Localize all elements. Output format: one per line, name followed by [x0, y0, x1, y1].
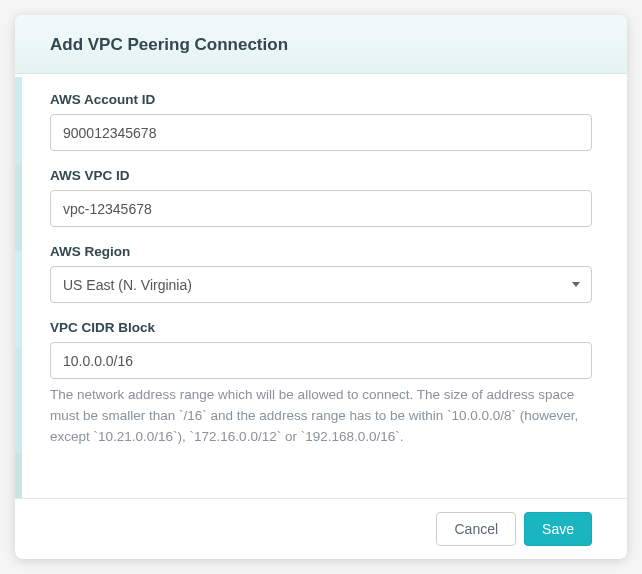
- label-vpc-id: AWS VPC ID: [50, 168, 592, 183]
- add-vpc-peering-modal: Add VPC Peering Connection AWS Account I…: [15, 15, 627, 559]
- vpc-cidr-block-input[interactable]: [50, 342, 592, 379]
- aws-region-select[interactable]: US East (N. Virginia): [50, 266, 592, 303]
- label-cidr: VPC CIDR Block: [50, 320, 592, 335]
- modal-header: Add VPC Peering Connection: [15, 15, 627, 74]
- save-button[interactable]: Save: [524, 512, 592, 546]
- field-group-cidr: VPC CIDR Block The network address range…: [50, 320, 592, 448]
- field-group-vpc-id: AWS VPC ID: [50, 168, 592, 227]
- aws-vpc-id-input[interactable]: [50, 190, 592, 227]
- cidr-help-text: The network address range which will be …: [50, 385, 592, 448]
- aws-account-id-input[interactable]: [50, 114, 592, 151]
- modal-footer: Cancel Save: [15, 498, 627, 559]
- modal-body: AWS Account ID AWS VPC ID AWS Region US …: [15, 74, 627, 475]
- modal-title: Add VPC Peering Connection: [50, 35, 592, 55]
- cancel-button[interactable]: Cancel: [436, 512, 516, 546]
- field-group-region: AWS Region US East (N. Virginia): [50, 244, 592, 303]
- label-account-id: AWS Account ID: [50, 92, 592, 107]
- field-group-account-id: AWS Account ID: [50, 92, 592, 151]
- label-region: AWS Region: [50, 244, 592, 259]
- region-select-wrap: US East (N. Virginia): [50, 266, 592, 303]
